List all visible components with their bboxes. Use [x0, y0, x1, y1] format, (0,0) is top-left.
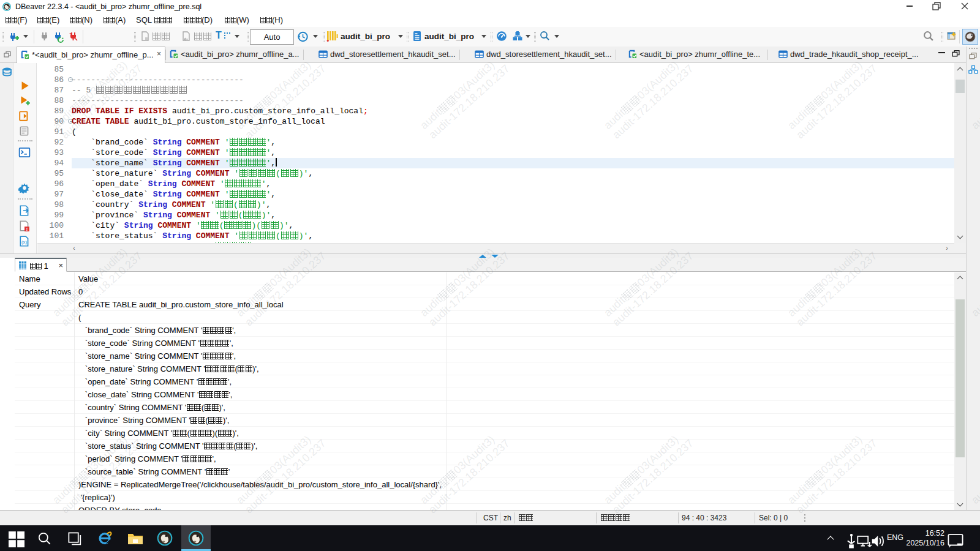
svg-text:!: ! [26, 227, 28, 232]
svg-text:(x): (x) [21, 239, 27, 245]
